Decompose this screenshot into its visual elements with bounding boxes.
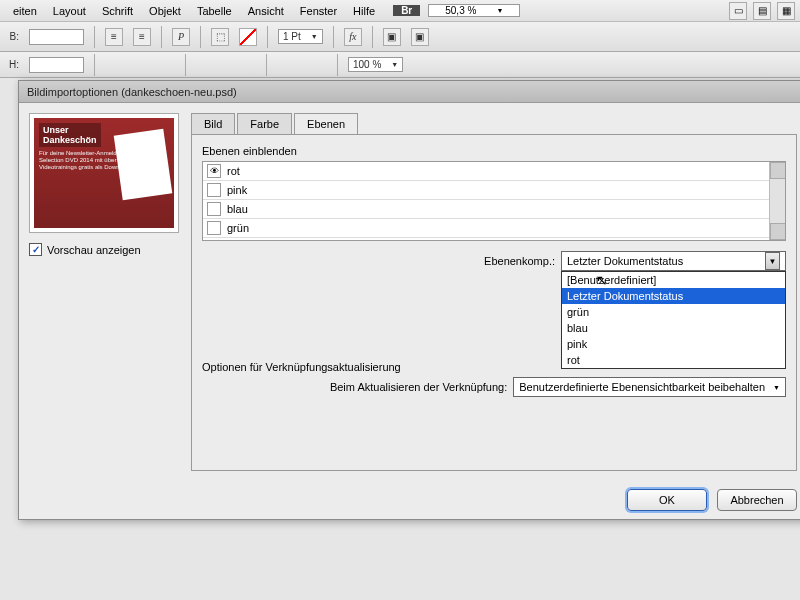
import-options-dialog: Bildimportoptionen (dankeschoen-neu.psd)… xyxy=(18,80,800,520)
combo-option[interactable]: Letzter Dokumentstatus xyxy=(562,288,785,304)
preview-thumbnail: Unser Dankeschön Für deine Newsletter-An… xyxy=(29,113,179,233)
control-bar: B: ≡ ≡ P ⬚ 1 Pt▼ fx ▣ ▣ xyxy=(0,22,800,52)
cancel-button[interactable]: Abbrechen xyxy=(717,489,797,511)
menu-item[interactable]: Schrift xyxy=(94,5,141,17)
layer-comp-dropdown[interactable]: Letzter Dokumentstatus ▼ [Benutzerdefini… xyxy=(561,251,786,271)
layer-row[interactable]: •blau xyxy=(203,200,785,219)
menu-item[interactable]: Tabelle xyxy=(189,5,240,17)
eye-icon[interactable]: 👁 xyxy=(207,164,221,178)
dialog-title-bar[interactable]: Bildimportoptionen (dankeschoen-neu.psd) xyxy=(19,81,800,103)
width-label: B: xyxy=(5,31,19,42)
opacity-value: 100 % xyxy=(353,59,381,70)
menu-item[interactable]: eiten xyxy=(5,5,45,17)
layer-row[interactable]: •pink xyxy=(203,181,785,200)
link-update-label: Beim Aktualisieren der Verknüpfung: xyxy=(330,381,507,393)
chevron-down-icon: ▼ xyxy=(488,7,511,14)
preview-checkbox-row[interactable]: ✓ Vorschau anzeigen xyxy=(29,243,179,256)
workspace-icon[interactable]: ▦ xyxy=(777,2,795,20)
stroke-value: 1 Pt xyxy=(283,31,301,42)
opacity-dropdown[interactable]: 100 %▼ xyxy=(348,57,403,72)
preview-product-box xyxy=(114,129,173,200)
layer-name: blau xyxy=(227,203,248,215)
preview-title-text: Unser Dankeschön xyxy=(39,123,101,147)
combo-option[interactable]: blau xyxy=(562,320,785,336)
menu-item[interactable]: Fenster xyxy=(292,5,345,17)
align-icon[interactable]: ≡ xyxy=(105,28,123,46)
tab-bild[interactable]: Bild xyxy=(191,113,235,135)
align-icon[interactable]: ≡ xyxy=(133,28,151,46)
chevron-down-icon: ▼ xyxy=(311,33,318,40)
text-icon[interactable]: P xyxy=(172,28,190,46)
height-label: H: xyxy=(5,59,19,70)
bridge-button[interactable]: Br xyxy=(393,5,420,16)
layer-comp-list[interactable]: [Benutzerdefiniert] Letzter Dokumentstat… xyxy=(561,271,786,369)
eye-icon-off[interactable]: • xyxy=(207,183,221,197)
chevron-down-icon[interactable]: ▼ xyxy=(765,252,780,270)
tabs: Bild Farbe Ebenen xyxy=(191,113,797,135)
height-input[interactable] xyxy=(29,57,84,73)
chevron-down-icon: ▼ xyxy=(391,61,398,68)
layer-name: rot xyxy=(227,165,240,177)
ok-button[interactable]: OK xyxy=(627,489,707,511)
combo-option[interactable]: [Benutzerdefiniert] xyxy=(562,272,785,288)
link-update-value: Benutzerdefinierte Ebenensichtbarkeit be… xyxy=(519,381,765,393)
effects-icon[interactable]: ⬚ xyxy=(211,28,229,46)
screen-mode-icon[interactable]: ▭ xyxy=(729,2,747,20)
eye-icon-off[interactable]: • xyxy=(207,221,221,235)
layer-comp-label: Ebenenkomp.: xyxy=(484,255,555,267)
chevron-down-icon: ▼ xyxy=(773,384,780,391)
zoom-value: 50,3 % xyxy=(437,5,484,16)
layer-comp-value: Letzter Dokumentstatus xyxy=(567,255,683,267)
control-bar-2: H: 100 %▼ xyxy=(0,52,800,78)
combo-option[interactable]: grün xyxy=(562,304,785,320)
stroke-icon[interactable] xyxy=(239,28,257,46)
eye-icon-off[interactable]: • xyxy=(207,202,221,216)
layer-name: pink xyxy=(227,184,247,196)
link-update-dropdown[interactable]: Benutzerdefinierte Ebenensichtbarkeit be… xyxy=(513,377,786,397)
tab-farbe[interactable]: Farbe xyxy=(237,113,292,135)
combo-option[interactable]: pink xyxy=(562,336,785,352)
scrollbar[interactable] xyxy=(769,162,785,240)
arrange-icon[interactable]: ▤ xyxy=(753,2,771,20)
tab-ebenen[interactable]: Ebenen xyxy=(294,113,358,135)
combo-option[interactable]: rot xyxy=(562,352,785,368)
text-wrap-icon[interactable]: ▣ xyxy=(383,28,401,46)
stroke-weight-dropdown[interactable]: 1 Pt▼ xyxy=(278,29,323,44)
checkbox-checked-icon[interactable]: ✓ xyxy=(29,243,42,256)
layer-row[interactable]: •grün xyxy=(203,219,785,238)
menu-item[interactable]: Layout xyxy=(45,5,94,17)
layer-row[interactable]: 👁rot xyxy=(203,162,785,181)
zoom-dropdown[interactable]: 50,3 %▼ xyxy=(428,4,520,17)
menu-item[interactable]: Hilfe xyxy=(345,5,383,17)
menu-item[interactable]: Ansicht xyxy=(240,5,292,17)
tab-panel: Ebenen einblenden 👁rot •pink •blau •grün… xyxy=(191,134,797,471)
menu-bar: eiten Layout Schrift Objekt Tabelle Ansi… xyxy=(0,0,800,22)
menu-item[interactable]: Objekt xyxy=(141,5,189,17)
fx-icon[interactable]: fx xyxy=(344,28,362,46)
text-wrap-icon[interactable]: ▣ xyxy=(411,28,429,46)
layer-list[interactable]: 👁rot •pink •blau •grün xyxy=(202,161,786,241)
preview-checkbox-label: Vorschau anzeigen xyxy=(47,244,141,256)
section-show-layers: Ebenen einblenden xyxy=(202,145,786,157)
layer-name: grün xyxy=(227,222,249,234)
dialog-title: Bildimportoptionen (dankeschoen-neu.psd) xyxy=(27,86,237,98)
width-input[interactable] xyxy=(29,29,84,45)
